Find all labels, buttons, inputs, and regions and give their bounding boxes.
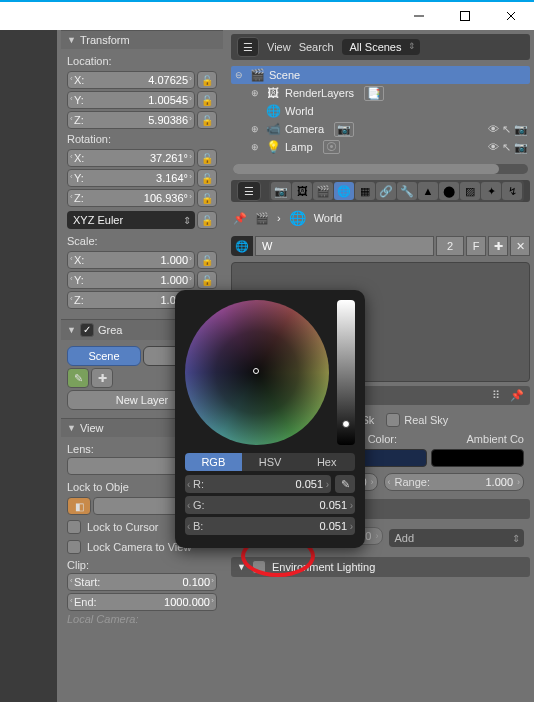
close-button[interactable] <box>488 2 534 30</box>
scene-icon: 🎬 <box>249 67 265 83</box>
draw-icon[interactable]: ✎ <box>67 368 89 388</box>
tab-texture[interactable]: ▨ <box>460 182 480 200</box>
eyedropper-button[interactable]: ✎ <box>335 475 355 493</box>
maximize-button[interactable] <box>442 2 488 30</box>
svg-rect-1 <box>461 12 470 21</box>
display-mode-dropdown[interactable]: All Scenes <box>342 39 420 55</box>
lock-rx-icon[interactable]: 🔓 <box>197 149 217 167</box>
ambient-color-swatch[interactable] <box>431 449 524 467</box>
b-field[interactable]: B:0.051 <box>185 517 355 535</box>
render-icon[interactable]: 📷 <box>514 141 528 154</box>
lock-ry-icon[interactable]: 🔓 <box>197 169 217 187</box>
rotation-z-field[interactable]: ‹Z:106.936°› <box>67 189 195 207</box>
tab-modifiers[interactable]: 🔧 <box>397 182 417 200</box>
location-z-field[interactable]: ‹Z:5.90386› <box>67 111 195 129</box>
tab-data[interactable]: ▲ <box>418 182 438 200</box>
cursor-icon[interactable]: ↖ <box>502 123 511 136</box>
lock-y-icon[interactable]: 🔓 <box>197 91 217 109</box>
g-field[interactable]: G:0.051 <box>185 496 355 514</box>
range-field[interactable]: Range: 1.000 <box>384 473 525 491</box>
location-x-field[interactable]: ‹X:4.07625› <box>67 71 195 89</box>
lock-x-icon[interactable]: 🔓 <box>197 71 217 89</box>
world-name-field[interactable]: W <box>255 236 434 256</box>
lock-to-cursor-check[interactable] <box>67 520 81 534</box>
tab-particles[interactable]: ✦ <box>481 182 501 200</box>
value-slider[interactable] <box>337 300 355 445</box>
search-menu[interactable]: Search <box>299 41 334 53</box>
transform-header[interactable]: ▼ Transform <box>61 30 223 49</box>
camera-data-icon[interactable]: 📷 <box>334 122 354 137</box>
clip-start-field[interactable]: ‹Start:0.100› <box>67 573 217 591</box>
env-panel-header[interactable]: ▼ Environment Lighting <box>231 557 530 577</box>
hsv-tab[interactable]: HSV <box>242 453 299 471</box>
minimize-button[interactable] <box>396 2 442 30</box>
ao-blend-dropdown[interactable]: Add <box>389 529 525 547</box>
rotation-x-field[interactable]: ‹X:37.261°› <box>67 149 195 167</box>
world-usercount[interactable]: 2 <box>436 236 464 256</box>
panel-options-icon[interactable]: ⠿ <box>492 389 500 402</box>
tree-row-renderlayers[interactable]: ⊕🖼RenderLayers📑 <box>231 84 530 102</box>
rotation-y-field[interactable]: ‹Y:3.164°› <box>67 169 195 187</box>
tab-material[interactable]: ⬤ <box>439 182 459 200</box>
outliner-tree[interactable]: ⊖🎬Scene ⊕🖼RenderLayers📑 🌐World ⊕📹Camera📷… <box>231 64 530 158</box>
editor-type-icon[interactable]: ☰ <box>237 37 259 57</box>
scene-button[interactable]: Scene <box>67 346 141 366</box>
panel-pin-icon[interactable]: 📌 <box>510 389 524 402</box>
tree-row-lamp[interactable]: ⊕💡Lamp⦿👁↖📷 <box>231 138 530 156</box>
scale-label: Scale: <box>67 233 217 249</box>
tree-row-world[interactable]: 🌐World <box>231 102 530 120</box>
eye-icon[interactable]: 👁 <box>488 141 499 154</box>
tree-row-camera[interactable]: ⊕📹Camera📷👁↖📷 <box>231 120 530 138</box>
rotation-mode-dropdown[interactable]: XYZ Euler <box>67 211 195 229</box>
location-y-field[interactable]: ‹Y:1.00545› <box>67 91 195 109</box>
env-enable-check[interactable] <box>252 560 266 574</box>
layers-extra-icon[interactable]: 📑 <box>364 86 384 101</box>
clip-end-field[interactable]: ‹End:1000.000› <box>67 593 217 611</box>
triangle-down-icon: ▼ <box>67 325 76 335</box>
add-world-button[interactable]: ✚ <box>488 236 508 256</box>
tab-render[interactable]: 📷 <box>271 182 291 200</box>
tab-world[interactable]: 🌐 <box>334 182 354 200</box>
lock-to-cursor-label: Lock to Cursor <box>87 521 159 533</box>
tab-physics[interactable]: ↯ <box>502 182 522 200</box>
lock-z-icon[interactable]: 🔓 <box>197 111 217 129</box>
remove-world-button[interactable]: ✕ <box>510 236 530 256</box>
r-field[interactable]: R:0.051 <box>185 475 331 493</box>
eye-icon[interactable]: 👁 <box>488 123 499 136</box>
lock-camera-check[interactable] <box>67 540 81 554</box>
lock-sx-icon[interactable]: 🔓 <box>197 251 217 269</box>
scale-y-field[interactable]: ‹Y:1.000› <box>67 271 195 289</box>
add-icon[interactable]: ✚ <box>91 368 113 388</box>
hex-tab[interactable]: Hex <box>298 453 355 471</box>
tab-scene[interactable]: 🎬 <box>313 182 333 200</box>
lamp-data-icon[interactable]: ⦿ <box>323 140 340 154</box>
cursor-icon[interactable]: ↖ <box>502 141 511 154</box>
tree-row-scene[interactable]: ⊖🎬Scene <box>231 66 530 84</box>
scale-x-field[interactable]: ‹X:1.000› <box>67 251 195 269</box>
rgb-tab[interactable]: RGB <box>185 453 242 471</box>
wheel-cursor[interactable] <box>253 368 259 374</box>
color-wheel[interactable] <box>185 300 329 445</box>
breadcrumb-world[interactable]: World <box>314 212 343 224</box>
render-icon[interactable]: 📷 <box>514 123 528 136</box>
tab-renderlayers[interactable]: 🖼 <box>292 182 312 200</box>
breadcrumb-row: 📌 🎬 › 🌐 World <box>231 206 530 230</box>
properties-tabs: 📷 🖼 🎬 🌐 ▦ 🔗 🔧 ▲ ⬤ ▨ ✦ ↯ <box>269 180 524 202</box>
tab-constraints[interactable]: 🔗 <box>376 182 396 200</box>
camera-icon: 📹 <box>265 121 281 137</box>
real-sky-check[interactable] <box>386 413 400 427</box>
editor-type-icon[interactable]: ☰ <box>237 181 261 201</box>
world-browse-icon[interactable]: 🌐 <box>231 236 253 256</box>
view-menu[interactable]: View <box>267 41 291 53</box>
grease-enable-check[interactable] <box>80 323 94 337</box>
3d-viewport[interactable] <box>0 30 57 702</box>
object-icon[interactable]: ◧ <box>67 497 91 515</box>
outliner-scrollbar[interactable] <box>233 164 528 174</box>
lock-rz-icon[interactable]: 🔓 <box>197 189 217 207</box>
fake-user-button[interactable]: F <box>466 236 486 256</box>
value-cursor[interactable] <box>342 420 350 428</box>
pin-icon[interactable]: 📌 <box>233 212 247 225</box>
lock-sy-icon[interactable]: 🔓 <box>197 271 217 289</box>
tab-object[interactable]: ▦ <box>355 182 375 200</box>
lock-rotmode-icon[interactable]: 🔓 <box>197 211 217 229</box>
